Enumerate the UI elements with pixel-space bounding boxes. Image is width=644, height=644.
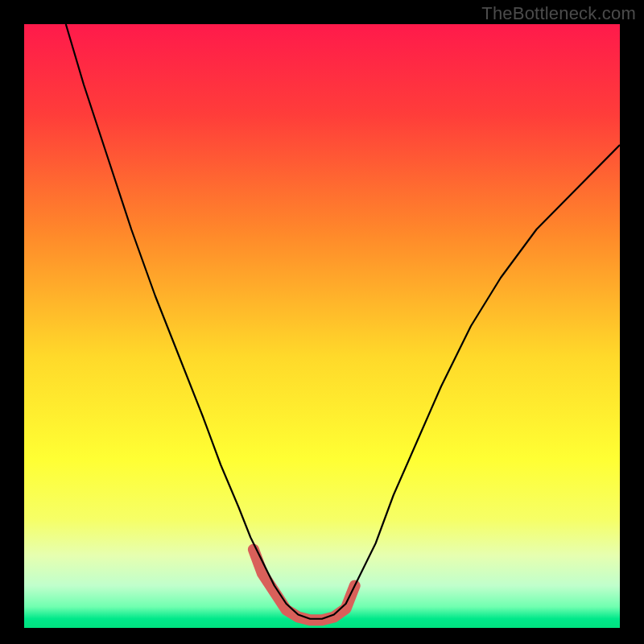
chart-frame: TheBottleneck.com — [0, 0, 644, 644]
watermark-text: TheBottleneck.com — [481, 3, 636, 24]
bottleneck-chart — [0, 0, 644, 644]
gradient-background — [24, 24, 620, 628]
